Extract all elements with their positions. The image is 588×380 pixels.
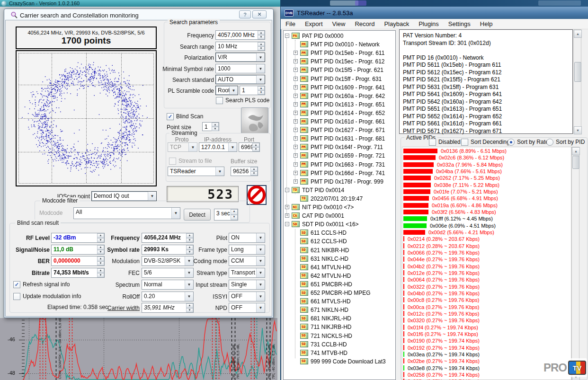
pid-row[interactable]: 0x0262 (7.17% - 5.25 Mbps) [434, 175, 500, 181]
pid-row[interactable]: 0x0320 (0.27% ~ 199.76 Kbps) [408, 318, 480, 324]
sort-by-pid-radio[interactable]: Sort by PID [546, 139, 585, 146]
spin-up-icon[interactable]: ▲ [258, 42, 265, 46]
pid-row[interactable]: 0x00c8 (0.27% ~ 199.76 Kbps) [408, 297, 479, 303]
tree-expander-plus[interactable]: + [294, 51, 298, 55]
spinner-buttons[interactable]: ▲▼ [252, 143, 259, 151]
pid-row[interactable]: 0x00d2 (5.66% - 4.21 Mbps) [428, 230, 494, 236]
tree-item[interactable]: PMT PID 0x15f5 - Progr. 621 [311, 66, 383, 74]
pid-row[interactable]: 0x0212 (0.28% ~ 203.67 Kbps) [408, 243, 480, 249]
modcode-select[interactable]: All▼ [73, 207, 180, 219]
spinner-buttons[interactable]: ▲▼ [212, 123, 219, 131]
dropdown-arrow-icon[interactable]: ▼ [256, 75, 265, 84]
pid-row[interactable]: 0x04ba (7.66% - 5.61 Mbps) [436, 168, 502, 175]
dropdown-arrow-icon[interactable]: ▼ [256, 256, 265, 265]
disabled-checkbox[interactable]: Disabled [429, 139, 461, 146]
search-pls-checkbox[interactable]: Search PLS code [216, 97, 269, 104]
result-input-stream[interactable]: Single▼ [229, 280, 265, 290]
pid-row[interactable]: 0x04b0 (0.27% ~ 199.76 Kbps) [408, 291, 480, 297]
tree-item[interactable]: PMT PID 0x1614 - Progr. 652 [311, 109, 385, 117]
spin-up-icon[interactable]: ▲ [250, 167, 258, 171]
dropdown-arrow-icon[interactable]: ▼ [188, 143, 197, 151]
tree-item[interactable]: PMT PID 0x1613 - Progr. 651 [311, 101, 385, 108]
tree-item[interactable]: PMT PID 0x15eb - Progr. 611 [311, 49, 384, 57]
pid-row[interactable]: 0x03f2 (6.56% - 4.83 Mbps) [432, 209, 496, 215]
tree-item[interactable]: 661 MTVLS-HD [311, 298, 351, 305]
spin-down-icon[interactable]: ▼ [231, 215, 238, 221]
tree-expander-plus[interactable]: + [294, 136, 298, 141]
tree-item[interactable]: PMT PID 0x1631 - Progr. 681 [311, 135, 385, 142]
tree-expander-plus[interactable]: + [294, 77, 298, 81]
menu-plugins[interactable]: Plugins [414, 19, 444, 29]
spin-up-icon[interactable]: ▲ [231, 209, 238, 215]
search-minimal-symbol-rate[interactable]: 1000▼ [215, 64, 265, 73]
menu-file[interactable]: File [281, 19, 300, 29]
sort-descending-checkbox[interactable]: Sort Decending [461, 139, 510, 146]
stream-to-file-checkbox[interactable]: Stream to file [169, 158, 212, 165]
tree-expander-minus[interactable]: − [285, 222, 289, 226]
scrollbar-thumb[interactable] [572, 156, 579, 169]
tree-item[interactable]: SDT PID 0x0011 <16> [302, 221, 359, 228]
tree-item[interactable]: 611 CCLS-HD [311, 229, 347, 237]
tree-item[interactable]: PMT PID 0x164f - Progr. 711 [311, 143, 383, 151]
scrollbar-thumb[interactable] [574, 62, 581, 82]
tree-item[interactable]: PMT PID 0x160a - Progr. 642 [311, 92, 385, 100]
tree-item[interactable]: 671 NIKLN-HD [311, 306, 348, 314]
detect-button[interactable]: Detect [184, 209, 211, 221]
tree-item[interactable]: 999 999 Code Download Lat3 [311, 358, 386, 365]
tree-expander-plus[interactable]: + [294, 162, 298, 167]
tree-expander-plus[interactable]: + [294, 94, 298, 98]
search-search-standard[interactable]: AUTO▼ [215, 75, 265, 84]
result-issyi[interactable]: OFF▼ [229, 292, 265, 301]
pid-row[interactable]: 0x038e (7.11% - 5.22 Mbps) [434, 182, 499, 188]
pid-row[interactable]: 0x04b2 (0.27% ~ 199.76 Kbps) [408, 264, 480, 270]
tree-item[interactable]: 2022/07/01 20:19:47 [311, 195, 363, 203]
pid-row[interactable]: 0x02be (0.27% ~ 199.74 Kbps) [408, 358, 480, 364]
detect-interval-stepper[interactable]: 3 sec▲▼ [214, 209, 238, 221]
point-size-stepper[interactable]: 1▲▼ [202, 122, 219, 131]
pid-row[interactable]: 0x0456 (6.68% - 4.91 Mbps) [432, 195, 498, 202]
pid-row[interactable]: 0x012e (0.27% ~ 199.76 Kbps) [408, 270, 480, 276]
search-search-range[interactable]: 10 MHz▲▼ [215, 42, 265, 51]
tree-expander-plus[interactable]: + [294, 111, 298, 115]
result-stream-type[interactable]: Transport▼ [229, 268, 265, 278]
search-frequency[interactable]: 4057,000 MHz▲▼ [215, 30, 265, 40]
pid-row[interactable]: 0x1fff (6.12% ~ 4.45 Mbps) [430, 216, 493, 222]
pid-row[interactable]: 0x01fe (7.07% - 5.21 Mbps) [434, 189, 498, 195]
search-polarization[interactable]: V/R▼ [215, 53, 265, 62]
spin-down-icon[interactable]: ▼ [258, 35, 265, 39]
spin-down-icon[interactable]: ▼ [212, 127, 219, 131]
spinner-buttons[interactable]: ▲▼ [250, 167, 258, 176]
spinner-buttons[interactable]: ▲▼ [258, 31, 265, 39]
spin-up-icon[interactable]: ▲ [252, 143, 259, 147]
tree-expander-minus[interactable]: − [285, 34, 289, 38]
spinner-buttons[interactable]: ▲▼ [258, 42, 265, 51]
crazyscan-window-titlebar[interactable]: CrazyScan - Version 1.0.2.160 [0, 0, 280, 7]
dropdown-arrow-icon[interactable]: ▼ [256, 280, 265, 289]
scroll-down-icon[interactable]: ▼ [574, 126, 582, 134]
dropdown-arrow-icon[interactable]: ▼ [256, 303, 265, 312]
tree-expander-plus[interactable]: + [294, 59, 298, 63]
pid-row[interactable]: 0x0066 (0.27% ~ 199.76 Kbps) [408, 250, 480, 256]
pid-row[interactable]: 0x01f6 (0.27% ~ 199.74 Kbps) [408, 331, 478, 337]
tree-item[interactable]: PMT PID 0x176f - Progr. 999 [311, 178, 383, 186]
dropdown-arrow-icon[interactable]: ▼ [256, 268, 265, 277]
menu-view[interactable]: View [328, 19, 350, 29]
pid-row[interactable]: 0x0192 (0.27% ~ 199.74 Kbps) [408, 345, 480, 351]
sort-by-rate-radio[interactable]: Sort by Rate [508, 139, 549, 146]
dropdown-arrow-icon[interactable]: ▼ [256, 64, 265, 73]
tree-expander-plus[interactable]: + [294, 179, 298, 184]
tree-item[interactable]: PMT PID 0x166d - Progr. 741 [311, 169, 385, 177]
buffer-size-stepper[interactable]: 96256▲▼ [231, 167, 258, 176]
port-stepper[interactable]: 6969▲▼ [239, 142, 260, 152]
tree-expander-plus[interactable]: + [294, 68, 298, 72]
tree-item[interactable]: 651 PMCBR-HD [311, 281, 352, 288]
menu-playback[interactable]: Playback [379, 19, 414, 29]
pid-row[interactable]: 0x044e (0.27% ~ 199.76 Kbps) [408, 256, 480, 263]
pat-scrollbar[interactable]: ▲ ▼ [573, 29, 581, 134]
spin-down-icon[interactable]: ▼ [252, 147, 259, 151]
pid-row[interactable]: 0x0190 (0.27% ~ 199.74 Kbps) [408, 338, 480, 344]
pid-row[interactable]: 0x006e (6.09% - 4.51 Mbps) [430, 223, 496, 229]
tree-item[interactable]: 711 NIKJRB-HD [311, 323, 351, 331]
tree-item[interactable]: CAT PID 0x0001 [302, 212, 344, 220]
tree-item[interactable]: PMT PID 0x1627 - Progr. 671 [311, 126, 385, 134]
